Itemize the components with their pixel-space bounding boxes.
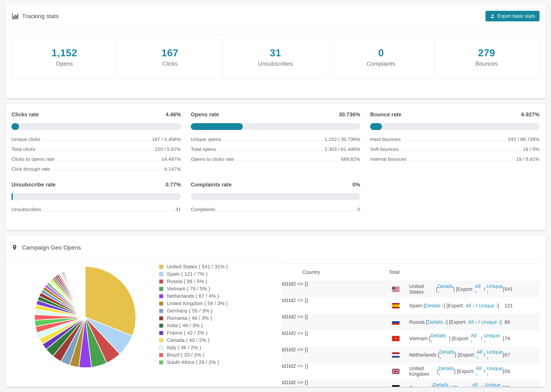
rate-detail-row: Unique clicks167 / 4.456% [11,134,181,144]
table-text: ] [498,303,499,308]
stat-label: Unsubscribes [258,61,293,67]
export-all-link[interactable]: All › [466,303,474,308]
table-text: / [482,352,487,358]
country-cell: Netherlands [Details ›] [Export: All › /… [389,347,504,363]
rate-detail-row: Soft bounces18 / 0% [370,144,540,154]
details-link[interactable]: Details › [438,366,454,377]
rates-card: Clicks rate4.46%Unique clicks167 / 4.456… [6,104,545,230]
export-unique-link[interactable]: Unique › [485,382,502,387]
total-cell: 59 [504,363,540,379]
country-column-header: Country [282,263,389,281]
detail-label: Clicks to opens rate [11,156,55,162]
export-unique-link[interactable]: Unique › [484,333,503,344]
pie-legend: United States ( 541 / 31% )Spain ( 121 /… [159,263,277,366]
dotted-leader [57,161,160,161]
export-all-link[interactable]: All › [475,284,482,295]
legend-swatch [159,309,163,313]
legend-label: Vietnam ( 79 / 5% ) [167,286,210,292]
rate-title: Clicks rate [11,112,39,118]
export-unique-link[interactable]: Unique › [487,349,503,361]
export-all-link[interactable]: All › [477,349,482,361]
legend-swatch [159,272,163,276]
legend-swatch [159,265,163,269]
legend-label: United States ( 541 / 31% ) [167,264,228,270]
legend-label: France ( 42 / 2% ) [167,330,208,336]
table-text: ] [503,369,504,374]
rate-detail-row: Clicks to opens rate14.497% [11,154,181,164]
stat-box-opens: 1,152Opens [12,34,117,79]
legend-label: Italy ( 36 / 2% ) [167,345,201,350]
legend-item: Romania ( 49 / 3% ) [159,315,277,322]
geo-table-row: td1td2 => {}United Kingdom [Details ›] [… [282,363,540,379]
table-text: ] [503,336,504,341]
country-name: Germany [409,385,430,387]
details-link[interactable]: Details › [439,349,455,361]
dotted-leader [217,211,355,211]
dotted-leader [409,161,514,161]
table-text: [ [422,303,425,308]
table-text: ] [Export: [454,369,476,374]
export-all-link[interactable]: All › [471,333,480,344]
country-cell: Vietnam [Details ›] [Export: All › / Uni… [389,330,504,347]
geo-table-row: td1td2 => {}Russia [Details ›] [Export: … [282,314,540,330]
table-text: / [482,369,487,374]
stat-box-unsubscribes: 31Unsubscribes [223,34,328,79]
details-link[interactable]: Details › [431,333,449,344]
legend-label: Germany ( 55 / 3% ) [167,308,212,314]
legend-swatch [159,287,163,291]
details-link[interactable]: Details › [427,319,446,325]
details-link[interactable]: Details › [438,284,453,295]
dotted-leader [37,151,153,151]
rate-progress-track [11,193,181,200]
export-all-link[interactable]: All › [468,319,477,325]
detail-value: 0 [357,207,360,212]
legend-item: Netherlands ( 67 / 4% ) [159,293,277,300]
es-flag-icon [392,303,400,308]
export-basic-stats-button[interactable]: Export basic stats [486,11,540,21]
stat-label: Bounces [475,61,498,67]
rate-detail-row: Unsubscribes31 [11,204,181,215]
table-text: ] [Export: [446,319,468,325]
country-cell: United Kingdom [Details ›] [Export: All … [389,363,504,379]
dotted-leader [223,141,322,141]
campaign-geo-opens-card: Campaign Geo Opens United States ( 541 /… [6,236,545,387]
export-unique-link[interactable]: Unique › [487,284,503,295]
legend-swatch [159,301,163,306]
legend-label: India ( 46 / 3% ) [167,323,203,328]
rate-group-clicks-rate: Clicks rate4.46%Unique clicks167 / 4.456… [11,111,181,174]
export-unique-link[interactable]: Unique › [481,319,500,325]
rate-header: Opens rate30.736% [191,111,360,118]
geo-opens-header: Campaign Geo Opens [6,236,545,260]
detail-label: Unsubscribes [11,207,41,212]
table-text: ] [Export: [450,385,472,387]
rate-progress-track [191,193,360,200]
detail-value: 4.147% [164,166,181,172]
rate-value: 0% [353,182,360,188]
legend-swatch [159,360,163,365]
table-text: / [482,287,487,292]
country-cell: Russia [Details ›] [Export: All › / Uniq… [389,314,504,330]
country-name: Netherlands [409,352,437,358]
country-cell-content: Germany [Details ›] [Export: All › / Uni… [392,382,504,387]
detail-value: 220 / 5.87% [155,147,181,152]
rate-detail-row: Total opens2,303 / 61.446% [191,144,360,154]
stat-box-clicks: 167Clicks [117,34,223,79]
dotted-leader [401,151,521,151]
rate-progress-fill [11,193,13,200]
pie-chart-svg [32,264,138,370]
details-link[interactable]: Details › [425,303,444,308]
table-text: ] [500,319,502,325]
vn-flag-icon [392,336,400,341]
export-unique-link[interactable]: Unique › [479,303,498,308]
legend-item: United States ( 541 / 31% ) [159,263,277,270]
rate-detail-row: Click through rate4.147% [11,164,181,174]
detail-label: Click through rate [11,166,50,172]
legend-swatch [159,279,163,284]
export-all-link[interactable]: All › [472,382,480,387]
country-cell-content: Spain [Details ›] [Export: All › / Uniqu… [392,303,504,308]
export-all-link[interactable]: All › [476,366,482,377]
dotted-leader [52,170,162,171]
legend-label: United Kingdom ( 59 / 3% ) [167,301,228,306]
export-unique-link[interactable]: Unique › [487,366,503,377]
details-link[interactable]: Details › [433,382,450,387]
